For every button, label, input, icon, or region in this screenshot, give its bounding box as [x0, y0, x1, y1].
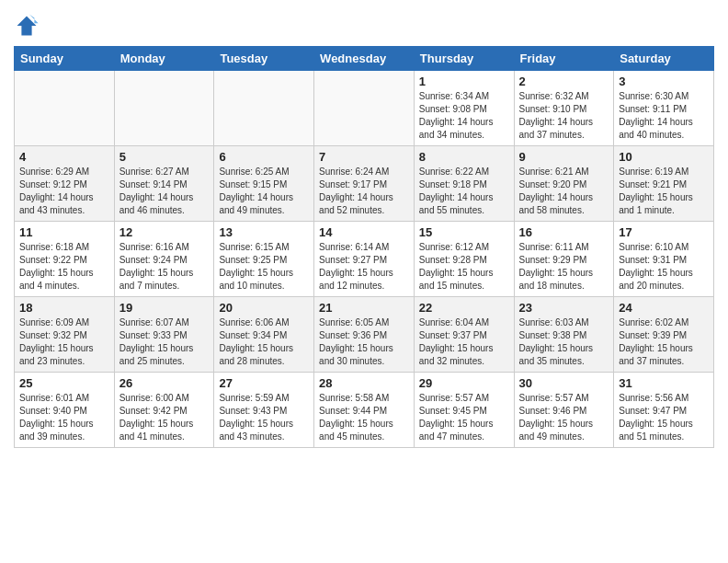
day-info: Sunrise: 6:12 AM Sunset: 9:28 PM Dayligh…	[419, 241, 509, 293]
day-info: Sunrise: 6:19 AM Sunset: 9:21 PM Dayligh…	[619, 166, 709, 217]
day-info: Sunrise: 6:24 AM Sunset: 9:17 PM Dayligh…	[319, 166, 409, 217]
header	[14, 9, 714, 39]
calendar-header-row: SundayMondayTuesdayWednesdayThursdayFrid…	[15, 47, 714, 71]
calendar-cell: 16Sunrise: 6:11 AM Sunset: 9:29 PM Dayli…	[514, 222, 614, 297]
calendar-cell: 5Sunrise: 6:27 AM Sunset: 9:14 PM Daylig…	[114, 146, 214, 222]
day-number: 14	[319, 225, 409, 239]
day-number: 2	[519, 75, 609, 88]
day-info: Sunrise: 6:11 AM Sunset: 9:29 PM Dayligh…	[519, 241, 609, 293]
calendar-cell: 14Sunrise: 6:14 AM Sunset: 9:27 PM Dayli…	[314, 222, 415, 297]
day-number: 17	[619, 225, 709, 239]
day-number: 22	[419, 301, 509, 315]
day-info: Sunrise: 6:16 AM Sunset: 9:24 PM Dayligh…	[119, 241, 210, 293]
day-info: Sunrise: 6:22 AM Sunset: 9:18 PM Dayligh…	[419, 166, 509, 217]
day-number: 24	[619, 301, 709, 315]
day-number: 23	[519, 301, 609, 315]
day-info: Sunrise: 5:59 AM Sunset: 9:43 PM Dayligh…	[219, 392, 309, 443]
calendar-cell: 13Sunrise: 6:15 AM Sunset: 9:25 PM Dayli…	[214, 222, 314, 297]
calendar-header-friday: Friday	[514, 47, 614, 71]
day-number: 18	[19, 301, 109, 315]
day-info: Sunrise: 6:10 AM Sunset: 9:31 PM Dayligh…	[619, 241, 709, 293]
logo	[14, 13, 43, 39]
calendar-cell: 4Sunrise: 6:29 AM Sunset: 9:12 PM Daylig…	[15, 146, 115, 222]
calendar-cell: 18Sunrise: 6:09 AM Sunset: 9:32 PM Dayli…	[15, 297, 115, 373]
calendar-cell: 22Sunrise: 6:04 AM Sunset: 9:37 PM Dayli…	[414, 297, 514, 373]
logo-icon	[14, 13, 40, 39]
day-number: 19	[119, 301, 210, 315]
day-info: Sunrise: 6:29 AM Sunset: 9:12 PM Dayligh…	[19, 166, 109, 217]
calendar-cell: 17Sunrise: 6:10 AM Sunset: 9:31 PM Dayli…	[614, 222, 714, 297]
calendar-cell: 29Sunrise: 5:57 AM Sunset: 9:45 PM Dayli…	[414, 373, 514, 448]
calendar-cell: 26Sunrise: 6:00 AM Sunset: 9:42 PM Dayli…	[114, 373, 214, 448]
calendar-cell: 30Sunrise: 5:57 AM Sunset: 9:46 PM Dayli…	[514, 373, 614, 448]
calendar-cell	[214, 71, 314, 146]
page: SundayMondayTuesdayWednesdayThursdayFrid…	[0, 0, 728, 563]
day-number: 12	[119, 225, 210, 239]
calendar-cell: 15Sunrise: 6:12 AM Sunset: 9:28 PM Dayli…	[414, 222, 514, 297]
day-number: 21	[319, 301, 409, 315]
day-number: 5	[119, 150, 210, 164]
svg-marker-0	[17, 17, 37, 36]
day-info: Sunrise: 5:57 AM Sunset: 9:46 PM Dayligh…	[519, 392, 609, 443]
calendar-cell: 28Sunrise: 5:58 AM Sunset: 9:44 PM Dayli…	[314, 373, 415, 448]
day-number: 8	[419, 150, 509, 164]
day-info: Sunrise: 6:06 AM Sunset: 9:34 PM Dayligh…	[219, 316, 309, 368]
calendar-cell: 12Sunrise: 6:16 AM Sunset: 9:24 PM Dayli…	[114, 222, 214, 297]
day-number: 11	[19, 225, 109, 239]
day-number: 4	[19, 150, 109, 164]
day-number: 26	[119, 376, 210, 390]
day-number: 16	[519, 225, 609, 239]
calendar-cell	[314, 71, 415, 146]
calendar-cell: 9Sunrise: 6:21 AM Sunset: 9:20 PM Daylig…	[514, 146, 614, 222]
day-number: 3	[619, 75, 709, 88]
day-info: Sunrise: 6:25 AM Sunset: 9:15 PM Dayligh…	[219, 166, 309, 217]
day-number: 10	[619, 150, 709, 164]
calendar-header-tuesday: Tuesday	[214, 47, 314, 71]
calendar-cell: 7Sunrise: 6:24 AM Sunset: 9:17 PM Daylig…	[314, 146, 415, 222]
day-number: 29	[419, 376, 509, 390]
calendar-cell: 23Sunrise: 6:03 AM Sunset: 9:38 PM Dayli…	[514, 297, 614, 373]
calendar-week-row-1: 1Sunrise: 6:34 AM Sunset: 9:08 PM Daylig…	[15, 71, 714, 146]
day-info: Sunrise: 6:02 AM Sunset: 9:39 PM Dayligh…	[619, 316, 709, 368]
calendar-cell: 10Sunrise: 6:19 AM Sunset: 9:21 PM Dayli…	[614, 146, 714, 222]
day-number: 28	[319, 376, 409, 390]
day-info: Sunrise: 6:01 AM Sunset: 9:40 PM Dayligh…	[19, 392, 109, 443]
calendar-cell: 20Sunrise: 6:06 AM Sunset: 9:34 PM Dayli…	[214, 297, 314, 373]
calendar-cell: 2Sunrise: 6:32 AM Sunset: 9:10 PM Daylig…	[514, 71, 614, 146]
calendar-header-sunday: Sunday	[15, 47, 115, 71]
calendar-cell	[114, 71, 214, 146]
calendar-week-row-5: 25Sunrise: 6:01 AM Sunset: 9:40 PM Dayli…	[15, 373, 714, 448]
day-info: Sunrise: 5:56 AM Sunset: 9:47 PM Dayligh…	[619, 392, 709, 443]
calendar-cell: 19Sunrise: 6:07 AM Sunset: 9:33 PM Dayli…	[114, 297, 214, 373]
day-info: Sunrise: 6:30 AM Sunset: 9:11 PM Dayligh…	[619, 90, 709, 142]
day-info: Sunrise: 5:57 AM Sunset: 9:45 PM Dayligh…	[419, 392, 509, 443]
day-info: Sunrise: 6:27 AM Sunset: 9:14 PM Dayligh…	[119, 166, 210, 217]
day-number: 27	[219, 376, 309, 390]
day-info: Sunrise: 6:15 AM Sunset: 9:25 PM Dayligh…	[219, 241, 309, 293]
calendar-week-row-3: 11Sunrise: 6:18 AM Sunset: 9:22 PM Dayli…	[15, 222, 714, 297]
day-number: 6	[219, 150, 309, 164]
day-number: 25	[19, 376, 109, 390]
day-info: Sunrise: 6:04 AM Sunset: 9:37 PM Dayligh…	[419, 316, 509, 368]
day-number: 20	[219, 301, 309, 315]
day-number: 1	[419, 75, 509, 88]
calendar-cell: 31Sunrise: 5:56 AM Sunset: 9:47 PM Dayli…	[614, 373, 714, 448]
calendar-cell: 6Sunrise: 6:25 AM Sunset: 9:15 PM Daylig…	[214, 146, 314, 222]
calendar-cell: 1Sunrise: 6:34 AM Sunset: 9:08 PM Daylig…	[414, 71, 514, 146]
calendar-header-monday: Monday	[114, 47, 214, 71]
calendar-cell: 8Sunrise: 6:22 AM Sunset: 9:18 PM Daylig…	[414, 146, 514, 222]
day-info: Sunrise: 6:32 AM Sunset: 9:10 PM Dayligh…	[519, 90, 609, 142]
day-info: Sunrise: 5:58 AM Sunset: 9:44 PM Dayligh…	[319, 392, 409, 443]
day-info: Sunrise: 6:05 AM Sunset: 9:36 PM Dayligh…	[319, 316, 409, 368]
calendar-cell	[15, 71, 115, 146]
day-info: Sunrise: 6:18 AM Sunset: 9:22 PM Dayligh…	[19, 241, 109, 293]
day-number: 31	[619, 376, 709, 390]
day-number: 30	[519, 376, 609, 390]
day-info: Sunrise: 6:09 AM Sunset: 9:32 PM Dayligh…	[19, 316, 109, 368]
day-info: Sunrise: 6:03 AM Sunset: 9:38 PM Dayligh…	[519, 316, 609, 368]
day-info: Sunrise: 6:14 AM Sunset: 9:27 PM Dayligh…	[319, 241, 409, 293]
calendar: SundayMondayTuesdayWednesdayThursdayFrid…	[14, 46, 714, 448]
day-number: 13	[219, 225, 309, 239]
calendar-cell: 24Sunrise: 6:02 AM Sunset: 9:39 PM Dayli…	[614, 297, 714, 373]
calendar-header-wednesday: Wednesday	[314, 47, 415, 71]
